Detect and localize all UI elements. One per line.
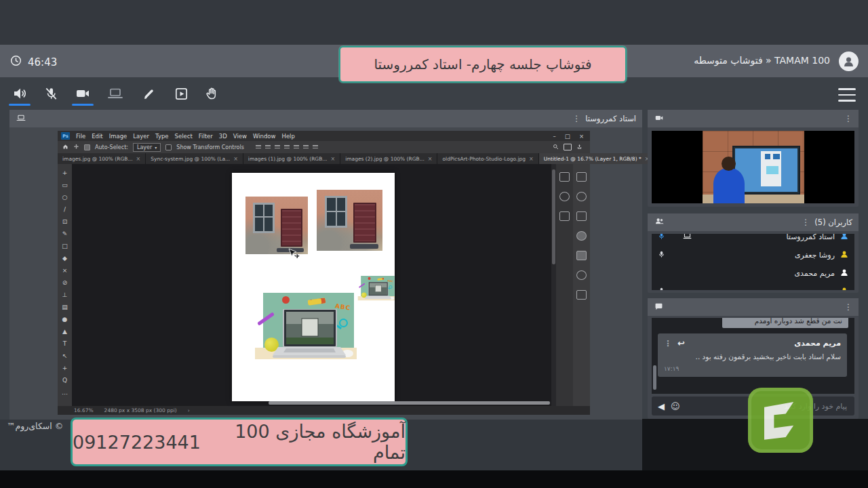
door-photo-copy2: [317, 190, 382, 251]
menu-layer: Layer: [133, 133, 149, 140]
photoshop-menubar: Ps File Edit Image Layer Type Select Fil…: [58, 131, 590, 141]
send-icon[interactable]: ◀: [658, 401, 665, 411]
chat-menu-button[interactable]: ⋮: [844, 303, 852, 311]
channels-icon: [576, 270, 587, 280]
search-icon: [553, 144, 559, 151]
participant-name: روشا جعفری: [795, 251, 835, 260]
participants-header: ⋮ کاربران (5): [648, 214, 859, 231]
participant-icon: [840, 249, 849, 261]
participant-name: استاد کمرروستا: [786, 234, 835, 241]
doc-tab: oldPicsArt-Photo-Studio-Logo.jpg×: [437, 153, 538, 164]
chat-header: ⋮: [648, 298, 859, 316]
laptop-illustration-large: ABC: [254, 293, 357, 363]
mic-idle-icon: [657, 249, 666, 262]
photoshop-window: Ps File Edit Image Layer Type Select Fil…: [58, 131, 590, 415]
menu-view: View: [233, 133, 247, 140]
participants-menu-button[interactable]: ⋮: [802, 218, 810, 226]
participant-row[interactable]: استاد کمرروستا: [657, 234, 849, 246]
doc-tab: images (2).jpg @ 100% (RGB...×: [340, 153, 437, 164]
menu-type: Type: [155, 133, 169, 140]
doc-tab: Sync-system.jpg @ 100% (La...×: [146, 153, 243, 164]
video-menu-button[interactable]: ⋮: [844, 115, 852, 123]
volume-button[interactable]: [9, 84, 30, 103]
participants-list: استاد کمرروستا روشا جعفری: [652, 234, 854, 290]
person-icon: [842, 54, 856, 68]
media-player-button[interactable]: [171, 84, 191, 103]
chat-messages: نت من قطع شد دوباره اومدم مریم محمدی ↩ ⋮…: [652, 318, 854, 394]
participant-icon: [840, 286, 849, 290]
reply-icon[interactable]: ↩: [677, 338, 685, 348]
show-transform-label: Show Transform Controls: [176, 144, 244, 150]
share-menu-button[interactable]: ⋮: [572, 115, 580, 123]
skyroom-copyright: © اسکای‌روم™: [7, 421, 63, 431]
participants-title: کاربران (5): [814, 218, 852, 227]
menu-filter: Filter: [199, 133, 213, 140]
photoshop-options-bar: Auto-Select: Layer▾ Show Transform Contr…: [58, 141, 590, 153]
chat-scrollbar[interactable]: [653, 318, 656, 394]
histogram-icon: [576, 172, 587, 182]
photoshop-toolbox: + ▭ ○ / ⊡ ✎ □ ◆ × ⊘ ⊥ ▤ ● ▲ T ↖ + Q …: [58, 164, 72, 406]
close-icon: ×: [579, 133, 584, 140]
zoom-level: 16.67%: [74, 407, 94, 413]
photoshop-logo: Ps: [61, 132, 70, 140]
screen-share-panel: ⋮ استاد کمرروستا Ps File Edit Image Laye…: [9, 110, 642, 420]
move-cursor: [288, 248, 300, 263]
workspace-icon: [564, 144, 572, 150]
camtasia-watermark: [748, 388, 813, 453]
align-icons: [256, 145, 318, 150]
door-photo-copy1: [245, 197, 308, 254]
layer-select: Layer▾: [133, 143, 161, 152]
clock-icon: [9, 54, 22, 70]
whiteboard-button[interactable]: [138, 84, 159, 103]
status-more-icon: ›: [188, 407, 190, 413]
message-menu-button[interactable]: ⋮: [664, 340, 672, 348]
raise-hand-button[interactable]: [201, 84, 222, 103]
menu-3d: 3D: [219, 133, 227, 140]
participant-icon: [840, 268, 849, 279]
participant-row[interactable]: روشا جعفری: [657, 246, 849, 264]
instructor-video: [652, 131, 854, 203]
laptop-drawing: [273, 309, 346, 362]
minimize-icon: –: [553, 133, 556, 140]
camera-active-indicator: [72, 104, 94, 106]
camera-button[interactable]: [73, 84, 93, 103]
share-icon: [576, 144, 583, 151]
menu-button[interactable]: [838, 88, 856, 102]
canvas-horizontal-scrollbar[interactable]: [269, 401, 550, 405]
volume-active-indicator: [9, 104, 31, 106]
doc-tab: images (1).jpg @ 100% (RGB...×: [243, 153, 340, 164]
emoji-icon[interactable]: ☺: [671, 401, 680, 411]
screen-share-button[interactable]: [105, 84, 125, 103]
mic-idle-icon: [657, 286, 666, 291]
video-scene: [703, 131, 804, 203]
message-text: سلام استاد بابت تاخیر ببخشید برقمون رفته…: [664, 352, 841, 361]
canvas-vertical-scrollbar[interactable]: [551, 164, 556, 406]
participant-row[interactable]: مریم محمدی: [657, 264, 849, 283]
restore-icon: □: [565, 133, 570, 140]
tab-close-icon: ×: [428, 156, 433, 162]
mic-off-button[interactable]: [41, 84, 61, 103]
laptop-icon: [16, 113, 26, 125]
show-transform-checkbox: [165, 144, 172, 150]
doc-tab: images.jpg @ 100% (RGB...×: [58, 153, 146, 164]
share-title: استاد کمرروستا: [585, 114, 636, 123]
avatar[interactable]: [839, 52, 859, 71]
message-time: ۱۷:۱۹: [664, 365, 841, 372]
libraries-icon: [576, 211, 587, 221]
top-strip: [0, 0, 868, 45]
info-icon: [559, 192, 570, 201]
tab-close-icon: ×: [233, 156, 238, 162]
participant-row[interactable]: [657, 283, 849, 290]
dock-column-1: [556, 164, 573, 406]
navigator-icon: [576, 192, 587, 201]
bottom-black-bar: [0, 470, 868, 488]
session-title-banner: فتوشاپ جلسه چهارم- استاد کمرروستا: [339, 46, 627, 83]
session-timer: 46:43: [9, 54, 57, 70]
menu-edit: Edit: [92, 133, 102, 140]
tab-close-icon: ×: [136, 156, 141, 162]
chat-message: نت من قطع شد دوباره اومدم: [722, 318, 848, 328]
screen-share-indicator-icon: [682, 234, 693, 243]
chat-message: مریم محمدی ↩ ⋮ سلام استاد بابت تاخیر ببخ…: [658, 333, 847, 377]
auto-select-checkbox: [84, 144, 90, 150]
paths-icon: [576, 290, 587, 300]
